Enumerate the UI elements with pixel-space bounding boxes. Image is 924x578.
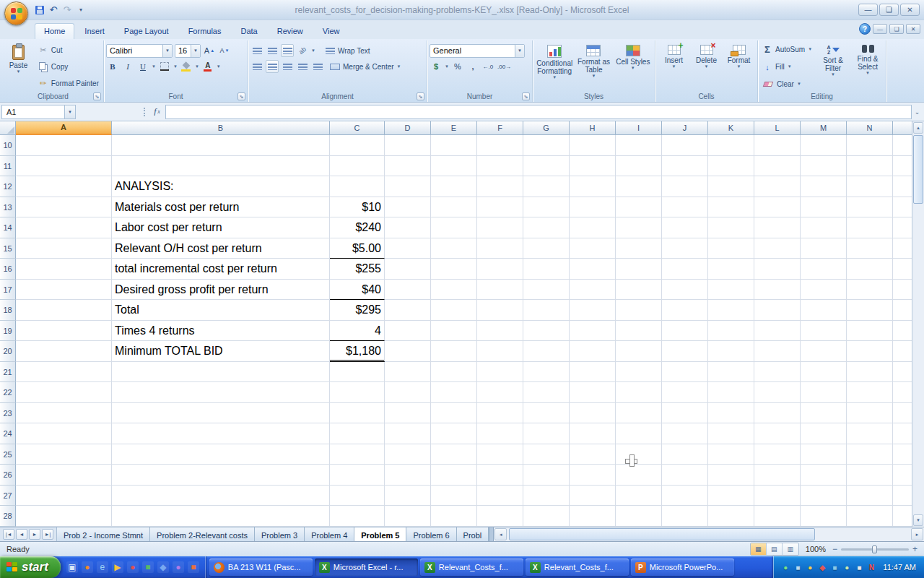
cell-K19[interactable] xyxy=(708,321,754,342)
cell-A15[interactable] xyxy=(16,238,112,259)
cell-K11[interactable] xyxy=(708,156,754,177)
cell-E24[interactable] xyxy=(431,423,477,444)
cell-J19[interactable] xyxy=(662,321,708,342)
tray-icon-7[interactable]: ■ xyxy=(854,562,864,572)
column-header-I[interactable]: I xyxy=(616,121,662,135)
cell-B14[interactable]: Labor cost per return xyxy=(112,217,330,238)
font-size-dropdown-arrow[interactable]: ▼ xyxy=(191,45,200,57)
insert-cells-dropdown-arrow[interactable]: ▼ xyxy=(672,64,676,69)
font-family-combo[interactable]: Calibri ▼ xyxy=(106,44,173,58)
sheet-tab-prob-2-income-stmnt[interactable]: Prob 2 - Income Stmnt xyxy=(57,527,150,541)
cell-I27[interactable] xyxy=(616,486,662,506)
row-header-15[interactable]: 15 xyxy=(0,238,16,259)
cell-N23[interactable] xyxy=(847,403,893,424)
cell-A19[interactable] xyxy=(16,321,112,342)
cell-N28[interactable] xyxy=(847,506,893,527)
cell-D12[interactable] xyxy=(385,176,431,197)
column-header-E[interactable]: E xyxy=(431,121,477,135)
cell-H17[interactable] xyxy=(570,280,616,301)
cell-J15[interactable] xyxy=(662,238,708,259)
horizontal-scroll-track[interactable] xyxy=(507,528,910,540)
fill-button[interactable]: ↓ Fill ▼ xyxy=(760,61,814,73)
cell-N25[interactable] xyxy=(847,444,893,465)
cell-H23[interactable] xyxy=(570,403,616,424)
cell-L20[interactable] xyxy=(754,341,801,362)
ribbon-tab-formulas[interactable]: Formulas xyxy=(179,23,231,39)
cell-I13[interactable] xyxy=(616,197,662,218)
format-as-table-dropdown-arrow[interactable]: ▼ xyxy=(592,74,596,79)
tray-icon-5[interactable]: ■ xyxy=(829,562,840,572)
row-header-27[interactable]: 27 xyxy=(0,486,16,506)
clipboard-dialog-launcher-icon[interactable]: ⇘ xyxy=(93,92,101,100)
cell-I28[interactable] xyxy=(616,506,662,527)
cell-B16[interactable]: total incremental cost per return xyxy=(112,259,330,280)
sheet-nav-next-button[interactable]: ► xyxy=(29,529,40,540)
cell-A17[interactable] xyxy=(16,280,112,301)
cell-N10[interactable] xyxy=(847,135,893,156)
cell-F23[interactable] xyxy=(477,403,523,424)
sort-filter-button[interactable]: AZ Sort & Filter ▼ xyxy=(817,42,849,92)
cell-I20[interactable] xyxy=(616,341,662,362)
cell-C19[interactable]: 4 xyxy=(330,321,385,342)
align-center-button[interactable] xyxy=(266,60,279,73)
cell-N24[interactable] xyxy=(847,423,893,444)
column-header-J[interactable]: J xyxy=(662,121,708,135)
cell-K20[interactable] xyxy=(708,341,754,362)
cell-A11[interactable] xyxy=(16,156,112,177)
cell-H27[interactable] xyxy=(570,486,616,506)
cell-E15[interactable] xyxy=(431,238,477,259)
row-header-18[interactable]: 18 xyxy=(0,300,16,321)
cell-A13[interactable] xyxy=(16,197,112,218)
cell-L19[interactable] xyxy=(754,321,801,342)
quick-launch-icon-7[interactable]: ◆ xyxy=(157,561,169,573)
column-header-B[interactable]: B xyxy=(112,121,330,135)
wrap-text-button[interactable]: Wrap Text xyxy=(323,45,372,57)
grow-font-button[interactable]: A▲ xyxy=(203,44,216,57)
cell-G27[interactable] xyxy=(523,486,570,506)
cell-A25[interactable] xyxy=(16,444,112,465)
cell-D15[interactable] xyxy=(385,238,431,259)
column-header-D[interactable]: D xyxy=(385,121,431,135)
cell-M16[interactable] xyxy=(801,259,847,280)
cell-K28[interactable] xyxy=(708,506,754,527)
cell-G17[interactable] xyxy=(523,280,570,301)
cell-H15[interactable] xyxy=(570,238,616,259)
column-header-C[interactable]: C xyxy=(330,121,385,135)
cell-A12[interactable] xyxy=(16,176,112,197)
cell-J24[interactable] xyxy=(662,423,708,444)
cell-D14[interactable] xyxy=(385,217,431,238)
cell-J11[interactable] xyxy=(662,156,708,177)
cell-C18[interactable]: $295 xyxy=(330,300,385,321)
accounting-format-dropdown-arrow[interactable]: ▼ xyxy=(445,64,449,69)
formula-bar-expand-button[interactable]: ⌄ xyxy=(912,105,923,119)
font-color-dropdown-arrow[interactable]: ▼ xyxy=(217,64,221,69)
copy-button[interactable]: Copy xyxy=(36,61,101,73)
cell-B12[interactable]: ANALYSIS: xyxy=(112,176,330,197)
cell-F10[interactable] xyxy=(477,135,523,156)
cell-M13[interactable] xyxy=(801,197,847,218)
cell-K16[interactable] xyxy=(708,259,754,280)
cell-M25[interactable] xyxy=(801,444,847,465)
cell-M22[interactable] xyxy=(801,382,847,403)
cell-I16[interactable] xyxy=(616,259,662,280)
cell-A14[interactable] xyxy=(16,217,112,238)
cell-M11[interactable] xyxy=(801,156,847,177)
cell-H24[interactable] xyxy=(570,423,616,444)
zoom-slider[interactable]: − + xyxy=(832,544,918,554)
cell-L24[interactable] xyxy=(754,423,801,444)
select-all-corner[interactable] xyxy=(0,121,16,135)
cell-N12[interactable] xyxy=(847,176,893,197)
cell-G14[interactable] xyxy=(523,217,570,238)
cell-G18[interactable] xyxy=(523,300,570,321)
workbook-minimize-button[interactable]: — xyxy=(873,24,887,34)
cell-F24[interactable] xyxy=(477,423,523,444)
cell-E17[interactable] xyxy=(431,280,477,301)
cell-D20[interactable] xyxy=(385,341,431,362)
redo-button[interactable]: ↷ xyxy=(61,4,74,17)
cell-D17[interactable] xyxy=(385,280,431,301)
alignment-dialog-launcher-icon[interactable]: ⇘ xyxy=(417,92,424,100)
percent-style-button[interactable]: % xyxy=(451,60,464,73)
page-layout-view-button[interactable]: ▤ xyxy=(767,543,783,555)
cell-N17[interactable] xyxy=(847,280,893,301)
scroll-left-arrow[interactable]: ◄ xyxy=(494,528,507,540)
